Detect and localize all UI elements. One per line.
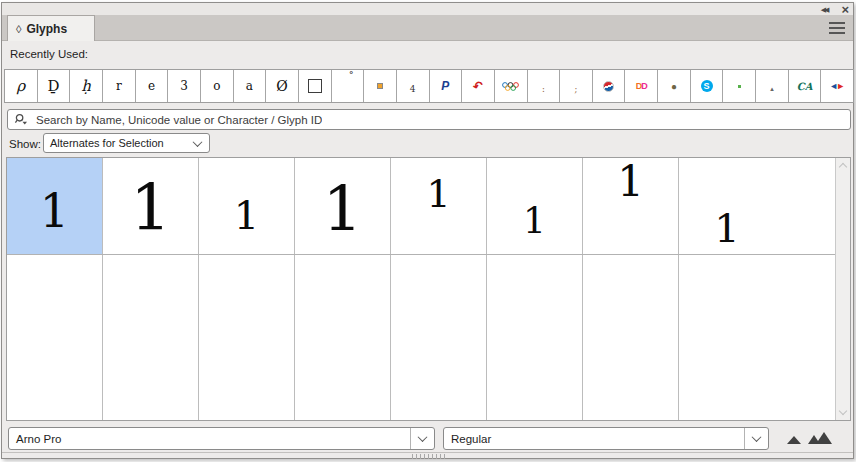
chevron-down-icon bbox=[752, 432, 762, 442]
glyph-cell-empty[interactable] bbox=[295, 255, 391, 420]
glyph-rho-glyph: ρ bbox=[16, 77, 25, 95]
glyph-colon[interactable]: : bbox=[528, 70, 561, 102]
glyph-D-underbar-glyph: Ḏ bbox=[47, 77, 59, 95]
glyph-green-dot-glyph bbox=[738, 85, 741, 88]
glyph-pepsi-logo-glyph bbox=[603, 81, 614, 92]
glyph-small-mark[interactable]: ▴ bbox=[756, 70, 789, 102]
glyph-credit-agricole-glyph: CA bbox=[797, 81, 813, 92]
glyph-cell-empty[interactable] bbox=[391, 255, 487, 420]
glyph-grid-row bbox=[7, 255, 835, 420]
scroll-down-icon[interactable] bbox=[839, 407, 847, 415]
glyph-credit-agricole[interactable]: CA bbox=[789, 70, 822, 102]
glyph-e-glyph: e bbox=[148, 79, 155, 93]
glyph-cell-empty[interactable] bbox=[199, 255, 295, 420]
glyph-cell-lining-large[interactable]: 1 bbox=[103, 158, 199, 254]
font-style-value: Regular bbox=[444, 433, 744, 445]
chevron-down-icon bbox=[418, 432, 428, 442]
glyph-olympic-rings[interactable] bbox=[495, 70, 528, 102]
glyph-grid-row: 11111111 bbox=[7, 158, 835, 255]
scroll-up-icon[interactable] bbox=[839, 163, 847, 171]
glyph-r-glyph: r bbox=[116, 79, 122, 93]
font-family-dropdown[interactable]: Arno Pro bbox=[8, 427, 435, 450]
close-icon[interactable]: × bbox=[841, 3, 849, 16]
glyph-four-inferior-glyph: 4 bbox=[410, 84, 416, 94]
glyph-o[interactable]: o bbox=[201, 70, 234, 102]
glyph-cell-empty[interactable] bbox=[583, 255, 679, 420]
glyph-o-slash[interactable]: Ø bbox=[266, 70, 299, 102]
glyph-paypal-logo[interactable]: P bbox=[430, 70, 463, 102]
glyph-cell-oldstyle-selected[interactable]: 1 bbox=[7, 158, 103, 254]
glyph-char: 1 bbox=[323, 178, 362, 240]
glyph-char: 1 bbox=[714, 208, 739, 248]
glyph-semicolon-glyph: ; bbox=[574, 83, 577, 94]
glyph-h-dotbelow[interactable]: ḥ bbox=[70, 70, 103, 102]
show-label: Show: bbox=[9, 138, 41, 150]
tab-glyphs[interactable]: ◊ Glyphs bbox=[7, 15, 95, 41]
glyph-three[interactable]: 3 bbox=[168, 70, 201, 102]
glyph-four-inferior[interactable]: 4 bbox=[397, 70, 430, 102]
zoom-out-button[interactable] bbox=[783, 432, 805, 446]
glyph-red-swash-glyph: ↶ bbox=[471, 78, 484, 94]
glyph-cell-lining[interactable]: 1 bbox=[295, 158, 391, 254]
panel-menu-icon[interactable] bbox=[829, 22, 845, 34]
glyph-green-dot[interactable] bbox=[723, 70, 756, 102]
glyph-shell-mark-glyph: ● bbox=[671, 81, 677, 92]
zoom-in-button[interactable] bbox=[808, 429, 834, 446]
panel-tab-bar: ◊ Glyphs bbox=[2, 15, 853, 41]
glyph-semicolon[interactable]: ; bbox=[560, 70, 593, 102]
glyph-cell-empty[interactable] bbox=[487, 255, 583, 420]
search-placeholder: Search by Name, Unicode value or Charact… bbox=[36, 114, 322, 126]
glyph-carrefour-logo[interactable]: ◄► bbox=[821, 70, 853, 102]
glyph-char: 1 bbox=[426, 175, 450, 213]
show-dropdown-value: Alternates for Selection bbox=[44, 137, 185, 149]
glyph-cell-empty[interactable] bbox=[103, 255, 199, 420]
glyph-skype-logo[interactable]: S bbox=[691, 70, 724, 102]
glyph-pepsi-logo[interactable] bbox=[593, 70, 626, 102]
glyph-dunkin-logo[interactable]: DD bbox=[625, 70, 658, 102]
glyph-o-glyph: o bbox=[213, 79, 220, 93]
glyph-orange-square[interactable] bbox=[364, 70, 397, 102]
glyph-ring-above[interactable]: ˚ bbox=[332, 70, 365, 102]
glyph-paypal-logo-glyph: P bbox=[441, 79, 449, 93]
glyph-e[interactable]: e bbox=[136, 70, 169, 102]
panel-collapse-diamond-icon[interactable]: ◊ bbox=[16, 23, 21, 35]
tab-glyphs-label: Glyphs bbox=[26, 22, 67, 36]
glyph-white-square-glyph bbox=[308, 79, 322, 93]
search-icon bbox=[14, 113, 29, 126]
glyph-red-swash[interactable]: ↶ bbox=[462, 70, 495, 102]
resize-grip[interactable] bbox=[412, 454, 448, 459]
panel-title-strip: ◀◀ × bbox=[2, 3, 853, 15]
glyph-rho[interactable]: ρ bbox=[5, 70, 38, 102]
glyph-h-dotbelow-glyph: ḥ bbox=[81, 77, 91, 95]
glyph-small-mark-glyph: ▴ bbox=[770, 85, 774, 93]
glyph-char: 1 bbox=[234, 195, 259, 235]
glyph-cell-empty[interactable] bbox=[679, 255, 835, 420]
glyph-shell-mark[interactable]: ● bbox=[658, 70, 691, 102]
glyph-r[interactable]: r bbox=[103, 70, 136, 102]
glyph-char: 1 bbox=[523, 203, 546, 239]
font-style-dropdown[interactable]: Regular bbox=[443, 427, 769, 450]
glyph-cell-empty[interactable] bbox=[7, 255, 103, 420]
glyph-ring-above-glyph: ˚ bbox=[349, 70, 353, 84]
glyph-char: 1 bbox=[617, 161, 644, 203]
glyph-search-input[interactable]: Search by Name, Unicode value or Charact… bbox=[7, 109, 851, 130]
glyph-cell-oldstyle-small[interactable]: 1 bbox=[199, 158, 295, 254]
show-dropdown[interactable]: Alternates for Selection bbox=[43, 133, 210, 153]
grid-scrollbar[interactable] bbox=[835, 158, 850, 420]
glyph-dunkin-logo-glyph: DD bbox=[636, 81, 647, 91]
glyph-cell-superscript[interactable]: 1 bbox=[583, 158, 679, 254]
glyph-cell-numerator[interactable]: 1 bbox=[391, 158, 487, 254]
glyph-skype-logo-glyph: S bbox=[701, 80, 713, 92]
glyph-a[interactable]: a bbox=[234, 70, 267, 102]
collapse-panel-icon[interactable]: ◀◀ bbox=[821, 6, 828, 13]
chevron-down-icon bbox=[192, 137, 202, 147]
glyph-char: 1 bbox=[130, 176, 171, 240]
glyph-cell-subscript[interactable]: 1 bbox=[679, 158, 835, 254]
glyph-D-underbar[interactable]: Ḏ bbox=[38, 70, 71, 102]
glyph-white-square[interactable] bbox=[299, 70, 332, 102]
glyph-colon-glyph: : bbox=[542, 83, 545, 94]
glyph-orange-square-glyph bbox=[378, 84, 382, 88]
font-family-value: Arno Pro bbox=[9, 433, 410, 445]
glyphs-panel: ◀◀ × ◊ Glyphs Recently Used: ρḎḥre3oaØ˚4… bbox=[1, 2, 854, 459]
glyph-cell-denominator[interactable]: 1 bbox=[487, 158, 583, 254]
